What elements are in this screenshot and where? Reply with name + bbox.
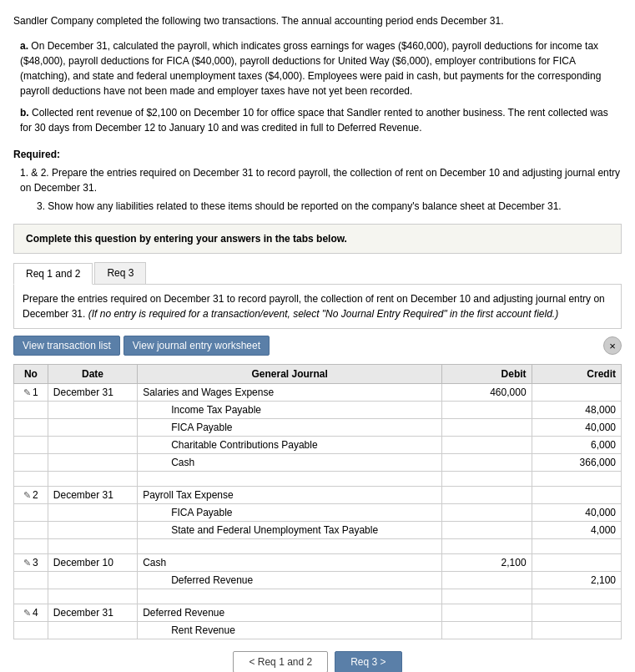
complete-box: Complete this question by entering your … [13, 224, 622, 254]
prev-button[interactable]: < Req 1 and 2 [233, 651, 328, 672]
view-transaction-button[interactable]: View transaction list [13, 336, 120, 356]
row-no [14, 437, 48, 454]
row-debit [442, 454, 532, 472]
empty-row [14, 589, 622, 604]
row-journal: State and Federal Unemployment Tax Payab… [138, 522, 442, 539]
header-general-journal: General Journal [138, 365, 442, 384]
table-row: Cash366,000 [14, 454, 622, 472]
row-credit [532, 487, 621, 504]
row-credit: 48,000 [532, 402, 621, 419]
table-row: ✎3December 10Cash2,100 [14, 554, 622, 572]
table-row: Rent Revenue [14, 622, 622, 639]
row-debit [442, 504, 532, 522]
row-date: December 31 [48, 487, 137, 504]
journal-table: No Date General Journal Debit Credit ✎1D… [13, 364, 622, 639]
row-no: ✎1 [14, 384, 48, 402]
empty-row [14, 472, 622, 487]
tab-req1and2[interactable]: Req 1 and 2 [13, 263, 93, 285]
close-button[interactable]: × [603, 336, 622, 355]
row-journal: FICA Payable [138, 504, 442, 522]
row-debit: 460,000 [442, 384, 532, 402]
row-no [14, 622, 48, 639]
row-date [48, 622, 137, 639]
row-debit [442, 487, 532, 504]
table-row: Income Tax Payable48,000 [14, 402, 622, 419]
edit-icon[interactable]: ✎ [23, 490, 31, 500]
transaction-a: a. On December 31, calculated the payrol… [13, 38, 622, 99]
table-row: FICA Payable40,000 [14, 504, 622, 522]
row-date [48, 437, 137, 454]
row-credit: 40,000 [532, 504, 621, 522]
tabs-row: Req 1 and 2 Req 3 [13, 262, 622, 285]
row-date: December 31 [48, 384, 137, 402]
header-no: No [14, 365, 48, 384]
row-no [14, 572, 48, 589]
header-debit: Debit [442, 365, 532, 384]
row-journal: Cash [138, 454, 442, 472]
row-journal: Payroll Tax Expense [138, 487, 442, 504]
row-no: ✎3 [14, 554, 48, 572]
row-no [14, 402, 48, 419]
row-debit [442, 437, 532, 454]
row-no [14, 454, 48, 472]
row-journal: Deferred Revenue [138, 572, 442, 589]
row-journal: Salaries and Wages Expense [138, 384, 442, 402]
transaction-b-label: b. [20, 107, 29, 119]
row-journal: Charitable Contributions Payable [138, 437, 442, 454]
table-row: FICA Payable40,000 [14, 419, 622, 437]
header-credit: Credit [532, 365, 621, 384]
row-debit [442, 402, 532, 419]
row-date: December 31 [48, 604, 137, 622]
required-section: Required: 1. & 2. Prepare the entries re… [13, 149, 622, 214]
row-debit [442, 622, 532, 639]
req-item-1: 1. & 2. Prepare the entries required on … [13, 165, 622, 195]
req-item-3: 3. Show how any liabilities related to t… [13, 199, 622, 214]
table-row: ✎2December 31Payroll Tax Expense [14, 487, 622, 504]
table-row: Deferred Revenue2,100 [14, 572, 622, 589]
row-debit [442, 572, 532, 589]
row-no [14, 419, 48, 437]
instruction-box: Prepare the entries required on December… [13, 285, 622, 329]
tab-req3[interactable]: Req 3 [94, 262, 146, 284]
table-row: ✎1December 31Salaries and Wages Expense4… [14, 384, 622, 402]
table-row: ✎4December 31Deferred Revenue [14, 604, 622, 622]
view-journal-button[interactable]: View journal entry worksheet [123, 336, 270, 356]
row-date [48, 419, 137, 437]
row-credit: 40,000 [532, 419, 621, 437]
row-date [48, 504, 137, 522]
row-date [48, 572, 137, 589]
row-journal: FICA Payable [138, 419, 442, 437]
row-no [14, 504, 48, 522]
empty-row [14, 539, 622, 554]
row-date: December 10 [48, 554, 137, 572]
intro-line1: Sandler Company completed the following … [13, 13, 622, 28]
row-no: ✎4 [14, 604, 48, 622]
edit-icon[interactable]: ✎ [23, 387, 31, 397]
row-no [14, 522, 48, 539]
row-credit [532, 622, 621, 639]
row-credit: 2,100 [532, 572, 621, 589]
row-credit: 4,000 [532, 522, 621, 539]
row-debit: 2,100 [442, 554, 532, 572]
row-credit [532, 554, 621, 572]
table-row: Charitable Contributions Payable6,000 [14, 437, 622, 454]
header-date: Date [48, 365, 137, 384]
edit-icon[interactable]: ✎ [23, 608, 31, 618]
table-row: State and Federal Unemployment Tax Payab… [14, 522, 622, 539]
transaction-b-text: Collected rent revenue of $2,100 on Dece… [20, 107, 608, 134]
row-credit: 6,000 [532, 437, 621, 454]
edit-icon[interactable]: ✎ [23, 558, 31, 568]
row-debit [442, 522, 532, 539]
row-date [48, 522, 137, 539]
row-journal: Cash [138, 554, 442, 572]
next-button[interactable]: Req 3 > [335, 651, 401, 672]
row-credit: 366,000 [532, 454, 621, 472]
row-credit [532, 384, 621, 402]
row-debit [442, 419, 532, 437]
row-no: ✎2 [14, 487, 48, 504]
row-journal: Rent Revenue [138, 622, 442, 639]
button-row: View transaction list View journal entry… [13, 336, 622, 356]
transaction-b: b. Collected rent revenue of $2,100 on D… [13, 105, 622, 135]
transaction-a-label: a. [20, 40, 28, 52]
required-title: Required: [13, 149, 622, 160]
